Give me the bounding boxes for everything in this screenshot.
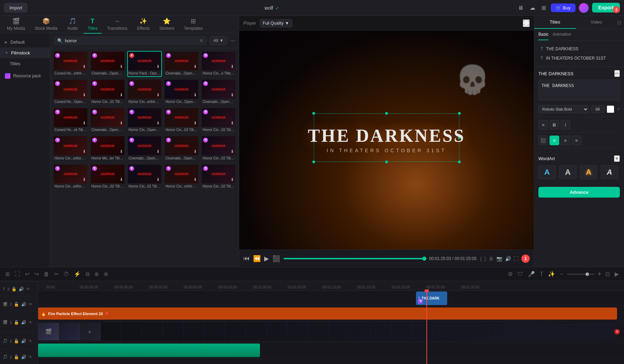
wordart-item-2[interactable]: A — [559, 165, 577, 179]
edit-icon[interactable]: ✏ — [614, 70, 620, 77]
settings-tool[interactable]: ⚙ — [507, 270, 514, 278]
tab-transitions[interactable]: ↔ Transitions — [103, 16, 131, 34]
bold-button[interactable]: B — [549, 120, 559, 130]
track-1-sound[interactable]: 🔊 — [21, 320, 26, 325]
grid-item-5[interactable]: 💎 HORROR ⬇ Horror Cin...o Title 06 — [201, 51, 236, 77]
grid-item-19[interactable]: 💎 HORROR ⬇ Cinematic...Opener 07 — [164, 136, 199, 162]
track-3-lock[interactable]: 🔓 — [11, 287, 17, 292]
grid-item-22[interactable]: 💎 HORROR ⬇ Horror Cin...02 Title 01 — [90, 164, 125, 190]
right-tab-titles[interactable]: Titles — [534, 16, 576, 29]
grid-item-6[interactable]: 💎 HORROR ⬇ Cursed Ho...Opener 01 — [53, 79, 88, 105]
justify-icon[interactable]: ≡ — [538, 120, 548, 130]
audio2-eye[interactable]: 👁 — [28, 355, 33, 359]
tab-templates[interactable]: ⊞ Templates — [180, 16, 207, 34]
fire-clip[interactable]: 🔥 Fire Particle Effect Element 10 ❤ — [38, 307, 617, 320]
video-track-delete[interactable]: ✕ — [614, 329, 620, 335]
tab-my-media[interactable]: 🎬 My Media — [3, 16, 29, 34]
grid-item-3[interactable]: ❤ HORROR ⬇ Horror Pack - Opener 1 — [127, 51, 162, 77]
sidebar-item-resource[interactable]: Resource pack — [0, 70, 50, 81]
collapse-icon[interactable]: ▶ — [614, 270, 620, 278]
track-1-lock[interactable]: 🔓 — [14, 320, 19, 325]
select-tool[interactable]: ⛶ — [14, 270, 21, 278]
minus-tool[interactable]: − — [559, 270, 564, 278]
sidebar-item-titles[interactable]: Titles — [0, 58, 50, 69]
fullscreen-icon[interactable]: ⛶ — [523, 19, 530, 27]
wordart-item-1[interactable]: A — [538, 165, 556, 179]
wordart-item-4[interactable]: A — [601, 165, 618, 179]
grid-icon[interactable]: ⊞ — [540, 3, 547, 12]
title-clip[interactable]: T THE DARK 💎 — [416, 292, 447, 305]
monitor-button[interactable]: 🖥 — [489, 254, 494, 263]
track-3-eye[interactable]: 👁 — [26, 287, 30, 292]
grid-item-18[interactable]: 💎 HORROR ⬇ Cinematic...Opener 04 — [127, 136, 162, 162]
mic-tool[interactable]: 🎤 — [527, 270, 536, 278]
grid-item-16[interactable]: 💎 HORROR ⬇ Horror Cin...erthird 04 — [53, 136, 88, 162]
grid-item-21[interactable]: 💎 HORROR ⬇ Horror Cin...erthird 03 — [53, 164, 88, 190]
grid-item-20[interactable]: 💎 HORROR ⬇ Horror Cin...02 Title 05 — [201, 136, 236, 162]
speed-tool[interactable]: ⚡ — [73, 270, 82, 278]
grid-item-17[interactable]: 💎 HORROR ⬇ Horror Mo...ter Title 02 — [90, 136, 125, 162]
audio1-sound[interactable]: 🔊 — [21, 339, 26, 344]
timeline-tracks[interactable]: -30:00 00:00:35:00 00:00:40:00 00:00:45:… — [38, 281, 624, 364]
skip-back-button[interactable]: ⏮ — [243, 255, 250, 262]
text-layer-2[interactable]: T IN THEATERS OCTOBER 31ST — [538, 53, 621, 63]
align-right-button[interactable]: ≡ — [561, 136, 570, 145]
align-center-button[interactable]: ≡ — [549, 136, 559, 145]
right-sub-tab-animation[interactable]: Animation — [553, 29, 571, 40]
italic-button[interactable]: I — [561, 120, 570, 130]
color-swatch[interactable] — [607, 105, 614, 113]
grid-item-13[interactable]: 💎 HORROR ⬇ Horror Cin...Opener 01 — [127, 107, 162, 133]
copy-tool[interactable]: ⧉ — [85, 270, 90, 278]
track-2-eye[interactable]: 👁 — [28, 302, 33, 307]
redo-tool[interactable]: ↪ — [33, 270, 40, 278]
merge-tool[interactable]: ⊕ — [93, 270, 100, 278]
step-back-button[interactable]: ⏪ — [253, 255, 261, 262]
bracket-close-button[interactable]: } — [484, 254, 486, 263]
audio2-sound[interactable]: 🔊 — [21, 355, 26, 359]
bracket-open-button[interactable]: { — [480, 254, 482, 263]
audio1-eye[interactable]: 👁 — [28, 339, 33, 344]
cut-tool[interactable]: ✂ — [53, 270, 60, 278]
play-button[interactable]: ▶ — [264, 255, 269, 262]
effect-tool[interactable]: ✨ — [547, 270, 556, 278]
text-layer-1[interactable]: T THE DARKNESS — [538, 44, 621, 53]
panel-expand-icon[interactable]: ⊡ — [617, 16, 621, 29]
grid-tool[interactable]: ⊞ — [4, 270, 11, 278]
text-input-area[interactable]: THE DARKNESS — [538, 80, 620, 101]
tab-stock-media[interactable]: 📦 Stock Media — [31, 16, 62, 34]
shield-tool[interactable]: 🛡 — [517, 270, 524, 278]
sidebar-item-filmstock[interactable]: ▼ Filmstock — [0, 47, 50, 58]
delete-tool[interactable]: 🗑 — [43, 270, 50, 278]
split-tool[interactable]: ⊗ — [103, 270, 109, 278]
buy-button[interactable]: 🛒 Buy — [551, 3, 575, 12]
undo-tool[interactable]: ↩ — [24, 270, 31, 278]
align-left-button[interactable]: ⬛ — [538, 136, 548, 145]
camera-button[interactable]: 📷 — [496, 254, 502, 263]
layout-icon[interactable]: ⊡ — [604, 270, 611, 278]
grid-item-23[interactable]: 💎 HORROR ⬇ Horror Cin...01 Title 05 — [127, 164, 162, 190]
zoom-slider[interactable] — [567, 274, 595, 275]
track-1-eye[interactable]: 👁 — [28, 320, 33, 325]
fullscreen-button[interactable]: ⛶ — [514, 254, 519, 263]
wordart-item-3[interactable]: A — [580, 165, 597, 179]
time-tool[interactable]: ⏱ — [62, 270, 70, 278]
volume-button[interactable]: 🔊 — [505, 254, 511, 263]
right-sub-tab-basic[interactable]: Basic — [538, 29, 548, 40]
grid-item-1[interactable]: 💎 HORROR ⬇ Cursed Ho...erthird 02 — [53, 51, 88, 77]
display-icon[interactable]: 🖥 — [517, 3, 525, 12]
audio1-lock[interactable]: 🔓 — [14, 339, 19, 344]
wordart-expand-icon[interactable]: ▼ — [614, 155, 620, 162]
audio-waveform-1[interactable] — [38, 344, 260, 357]
track-3-sound[interactable]: 🔊 — [19, 287, 24, 292]
text-tool[interactable]: T — [539, 270, 544, 278]
square-button[interactable]: ⬛ — [272, 255, 280, 262]
track-2-lock[interactable]: 🔓 — [14, 302, 19, 307]
search-input[interactable] — [65, 38, 197, 43]
add-track-button[interactable]: + — [597, 270, 601, 278]
font-select[interactable]: Roboto Slab Bold — [538, 105, 589, 113]
track-2-sound[interactable]: 🔊 — [21, 302, 26, 307]
tab-titles[interactable]: T Titles — [84, 16, 102, 34]
grid-item-4[interactable]: 💎 HORROR ⬇ Cinematic...Opener 01 — [164, 51, 199, 77]
grid-item-11[interactable]: 💎 HORROR ⬇ Cursed Ho...ck Title 01 — [53, 107, 88, 133]
expand-icon[interactable]: ↗ — [616, 107, 620, 112]
